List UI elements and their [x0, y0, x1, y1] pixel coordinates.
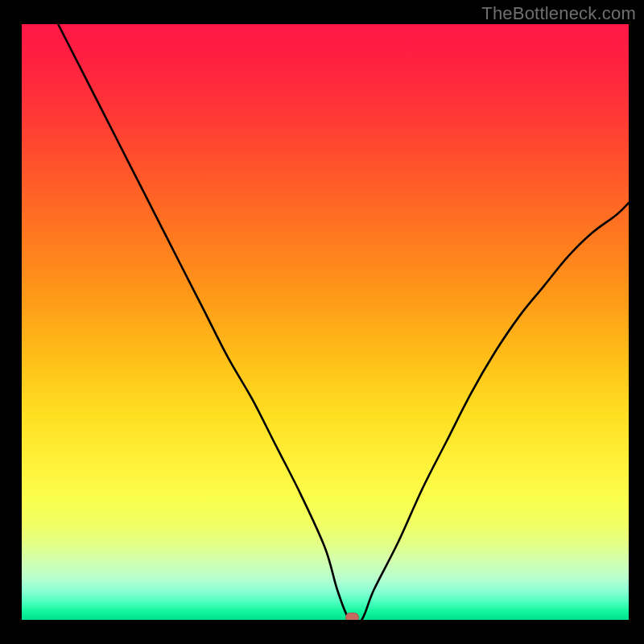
watermark-text: TheBottleneck.com	[481, 3, 636, 24]
optimal-marker	[345, 613, 359, 620]
plot-area	[22, 24, 629, 620]
curve-svg	[22, 24, 629, 620]
bottleneck-curve-path	[58, 24, 629, 620]
chart-frame: TheBottleneck.com	[0, 0, 644, 644]
